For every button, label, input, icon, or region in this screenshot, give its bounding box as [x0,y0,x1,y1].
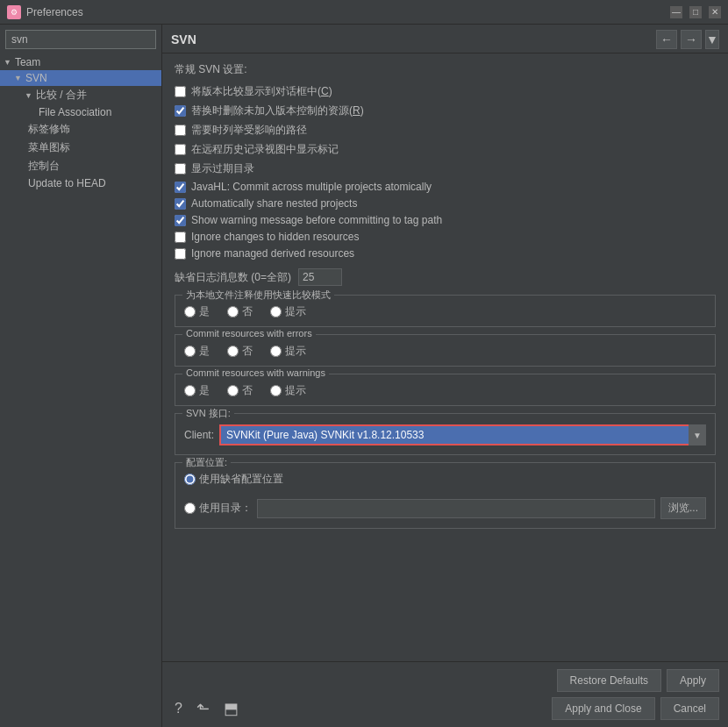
app-icon: ⚙ [7,5,21,19]
checkbox-label-1[interactable]: 将版本比较显示到对话框中(C) [191,84,332,99]
checkbox-row-5: 显示过期目录 [175,161,716,176]
right-panel: SVN ← → ▼ 常规 SVN 设置: 将版本比较显示到对话框中(C) 替换时… [162,25,728,727]
checkbox-label-9[interactable]: Ignore changes to hidden resources [191,231,359,243]
sidebar-item-svn[interactable]: ▼ SVN [0,70,161,86]
checkbox-label-6[interactable]: JavaHL: Commit across multiple projects … [191,181,432,193]
browse-button[interactable]: 浏览... [660,497,706,519]
client-select[interactable]: SVNKit (Pure Java) SVNKit v1.8.12.10533 … [219,424,706,445]
close-button[interactable]: ✕ [709,6,721,18]
checkbox-label-2[interactable]: 替换时删除未加入版本控制的资源(R) [191,103,364,118]
search-input[interactable] [5,30,156,49]
checkbox-row-4: 在远程历史记录视图中显示标记 [175,142,716,157]
svn-interface-title: SVN 接口: [182,407,234,420]
checkbox-label-5[interactable]: 显示过期目录 [191,161,254,176]
tree-item-label: 标签修饰 [28,122,70,137]
checkbox-ignore-derived[interactable] [175,248,186,260]
radio-warnings-no[interactable] [227,385,239,396]
sidebar-item-console[interactable]: 控制台 [0,157,161,175]
checkbox-ignore-hidden[interactable] [175,232,186,243]
checkbox-label-7[interactable]: Automatically share nested projects [191,197,357,210]
radio-errors-no[interactable] [227,346,239,357]
errors-yes[interactable]: 是 [184,344,210,359]
content-area: 常规 SVN 设置: 将版本比较显示到对话框中(C) 替换时删除未加入版本控制的… [162,53,728,661]
maximize-button[interactable]: □ [689,6,702,18]
checkbox-delete-unversioned[interactable] [175,105,186,117]
local-file-yes[interactable]: 是 [184,304,210,319]
radio-local-yes[interactable] [184,306,196,317]
nav-controls: ← → ▼ [656,30,719,49]
warnings-prompt[interactable]: 提示 [270,383,306,398]
bottom-action-buttons: Apply and Close Cancel [552,697,719,720]
checkbox-warn-tag[interactable] [175,215,186,226]
cancel-button[interactable]: Cancel [660,697,719,720]
tree-item-label: 比较 / 合并 [36,88,87,103]
sidebar-item-update-to-head[interactable]: Update to HEAD [0,175,161,191]
sidebar-item-team[interactable]: ▼ Team [0,54,161,70]
sidebar-item-tag-decoration[interactable]: 标签修饰 [0,120,161,139]
client-select-wrapper: SVNKit (Pure Java) SVNKit v1.8.12.10533 … [219,424,706,445]
import-button[interactable]: ⬑ [193,697,213,720]
config-default-location[interactable]: 使用缺省配置位置 [184,472,706,487]
radio-errors-yes[interactable] [184,346,196,357]
checkbox-auto-share[interactable] [175,198,186,210]
config-custom-location[interactable]: 使用目录： [184,501,252,516]
minimize-button[interactable]: — [670,6,682,18]
local-file-prompt[interactable]: 提示 [270,304,306,319]
expand-arrow: ▼ [14,74,22,82]
config-custom-label: 使用目录： [199,501,252,516]
commit-errors-title: Commit resources with errors [182,328,316,339]
log-count-input[interactable] [298,268,342,286]
checkbox-row-6: JavaHL: Commit across multiple projects … [175,181,716,193]
radio-local-no[interactable] [227,306,239,317]
config-custom-row: 使用目录： 浏览... [184,497,706,519]
radio-local-prompt[interactable] [270,306,282,317]
warnings-yes[interactable]: 是 [184,383,210,398]
checkbox-label-3[interactable]: 需要时列举受影响的路径 [191,123,307,138]
apply-button[interactable]: Apply [667,669,719,692]
checkbox-show-expired[interactable] [175,163,186,175]
checkbox-compare-dialog[interactable] [175,86,186,97]
bottom-left-icons: ? ⬑ ⬒ [171,697,242,720]
page-title: SVN [171,32,196,46]
nav-back-button[interactable]: ← [656,30,677,49]
checkbox-label-10[interactable]: Ignore managed derived resources [191,247,354,260]
local-file-no[interactable]: 否 [227,304,253,319]
checkbox-row-3: 需要时列举受影响的路径 [175,123,716,138]
help-button[interactable]: ? [171,699,186,718]
errors-no[interactable]: 否 [227,344,253,359]
apply-close-button[interactable]: Apply and Close [552,697,654,720]
sidebar-item-compare-merge[interactable]: ▼ 比较 / 合并 [0,86,161,104]
local-file-group: 为本地文件注释使用快速比较模式 是 否 提示 [175,295,716,327]
commit-warnings-title: Commit resources with warnings [182,367,329,378]
nav-forward-button[interactable]: → [681,30,702,49]
svn-interface-box: SVN 接口: Client: SVNKit (Pure Java) SVNKi… [175,413,716,455]
nav-dropdown-button[interactable]: ▼ [705,30,719,49]
radio-config-default[interactable] [184,474,196,485]
titlebar: ⚙ Preferences — □ ✕ [0,0,728,25]
checkbox-row-7: Automatically share nested projects [175,197,716,210]
restore-defaults-button[interactable]: Restore Defaults [557,669,661,692]
checkbox-list-affected[interactable] [175,125,186,136]
config-directory-input[interactable] [257,499,655,518]
checkbox-label-4[interactable]: 在远程历史记录视图中显示标记 [191,142,339,157]
checkbox-row-1: 将版本比较显示到对话框中(C) [175,84,716,99]
sidebar-item-menu-icon[interactable]: 菜单图标 [0,139,161,157]
expand-arrow: ▼ [4,58,11,67]
radio-config-custom[interactable] [184,502,196,514]
errors-prompt[interactable]: 提示 [270,344,306,359]
commit-warnings-group: Commit resources with warnings 是 否 提示 [175,374,716,406]
section-title: 常规 SVN 设置: [175,62,716,77]
checkbox-label-8[interactable]: Show warning message before committing t… [191,214,442,226]
warnings-no[interactable]: 否 [227,383,253,398]
checkbox-javahl-commit[interactable] [175,182,186,193]
radio-errors-prompt[interactable] [270,346,282,357]
window-title: Preferences [26,6,670,18]
radio-warnings-prompt[interactable] [270,385,282,396]
right-header: SVN ← → ▼ [162,25,728,53]
checkbox-show-remote-tags[interactable] [175,144,186,155]
export-button[interactable]: ⬒ [220,697,242,720]
sidebar-item-file-association[interactable]: File Association [0,104,161,120]
log-count-field: 缺省日志消息数 (0=全部) [175,268,716,286]
checkbox-row-10: Ignore managed derived resources [175,247,716,260]
radio-warnings-yes[interactable] [184,385,196,396]
